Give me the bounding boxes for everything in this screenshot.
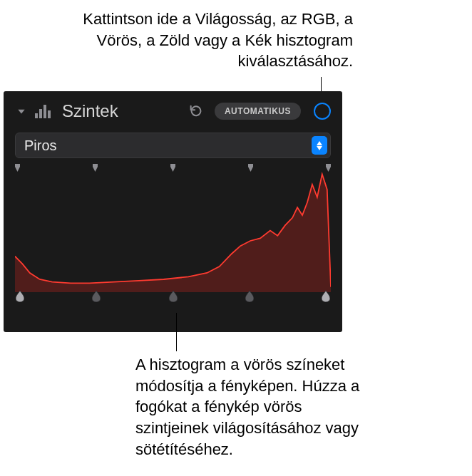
dropdown-arrows-icon <box>312 136 327 155</box>
bottom-handle-row <box>15 291 331 302</box>
section-title: Szintek <box>62 101 180 121</box>
top-handle[interactable] <box>170 164 175 172</box>
auto-button[interactable]: AUTOMATIKUS <box>215 103 301 120</box>
disclosure-triangle-icon[interactable] <box>15 105 28 118</box>
svg-rect-3 <box>48 110 51 118</box>
histogram-area <box>15 164 331 306</box>
bottom-handle[interactable] <box>15 291 25 302</box>
histogram-chart <box>15 164 331 292</box>
svg-rect-1 <box>39 109 42 118</box>
bottom-handle[interactable] <box>245 291 255 302</box>
bottom-handle[interactable] <box>91 291 101 302</box>
levels-icon <box>34 102 53 120</box>
callout-bottom-text: A hisztogram a vörös színeket módosítja … <box>135 354 371 460</box>
levels-panel: Szintek AUTOMATIKUS Piros <box>4 91 342 332</box>
top-handle-row <box>15 164 331 172</box>
callout-leader-line <box>176 313 177 351</box>
top-handle[interactable] <box>93 164 98 172</box>
enable-toggle-ring[interactable] <box>314 103 331 120</box>
top-handle[interactable] <box>248 164 253 172</box>
svg-rect-0 <box>35 113 38 118</box>
channel-dropdown[interactable]: Piros <box>15 133 331 158</box>
bottom-handle[interactable] <box>168 291 178 302</box>
reset-button[interactable] <box>186 101 206 121</box>
svg-rect-2 <box>43 105 46 118</box>
panel-header: Szintek AUTOMATIKUS <box>4 91 342 127</box>
bottom-handle[interactable] <box>321 291 331 302</box>
channel-dropdown-label: Piros <box>24 138 312 154</box>
top-handle[interactable] <box>15 164 20 172</box>
top-handle[interactable] <box>326 164 331 172</box>
callout-top-text: Kattintson ide a Világosság, az RGB, a V… <box>53 9 353 72</box>
